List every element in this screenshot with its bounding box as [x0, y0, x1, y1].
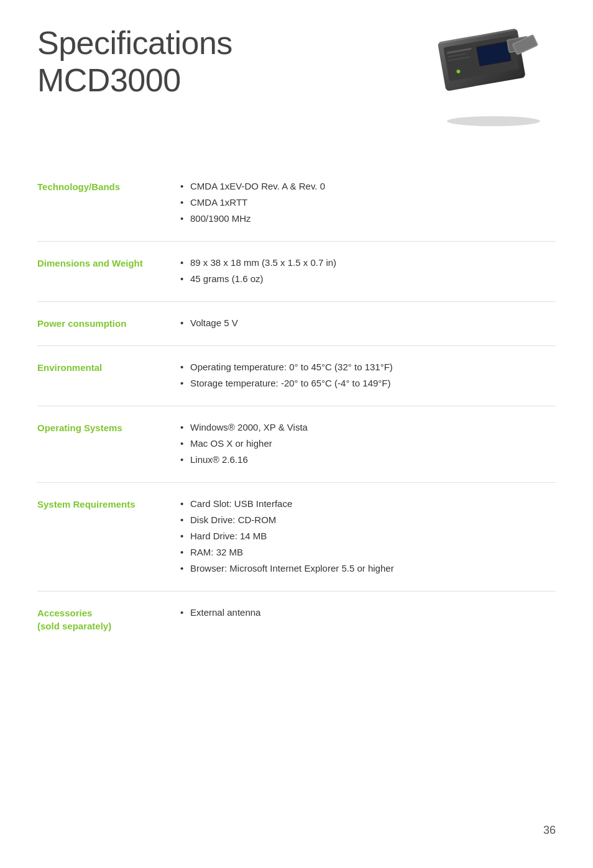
page: Specifications MCD3000 [0, 0, 593, 868]
spec-item: RAM: 32 MB [180, 545, 556, 560]
spec-label: System Requirements [37, 496, 180, 511]
title-block: Specifications MCD3000 [37, 25, 419, 99]
spec-item: Operating temperature: 0° to 45°C (32° t… [180, 360, 556, 375]
spec-values: CMDA 1xEV-DO Rev. A & Rev. 0CMDA 1xRTT80… [180, 179, 556, 227]
spec-values: 89 x 38 x 18 mm (3.5 x 1.5 x 0.7 in)45 g… [180, 255, 556, 288]
spec-item: Linux® 2.6.16 [180, 452, 556, 467]
spec-item: Disk Drive: CD-ROM [180, 513, 556, 528]
device-image [419, 19, 556, 130]
spec-item: Storage temperature: -20° to 65°C (-4° t… [180, 376, 556, 391]
spec-label: Accessories(sold separately) [37, 605, 180, 633]
spec-item: CMDA 1xRTT [180, 195, 556, 210]
specs-table: Technology/BandsCMDA 1xEV-DO Rev. A & Re… [37, 168, 556, 644]
spec-row: System RequirementsCard Slot: USB Interf… [37, 485, 556, 588]
spec-item: 800/1900 MHz [180, 211, 556, 226]
spec-label: Dimensions and Weight [37, 255, 180, 270]
spec-row: Power consumptionVoltage 5 V [37, 304, 556, 343]
spec-values: Operating temperature: 0° to 45°C (32° t… [180, 360, 556, 392]
spec-item: Windows® 2000, XP & Vista [180, 420, 556, 435]
spec-item: Mac OS X or higher [180, 436, 556, 451]
spec-item: 45 grams (1.6 oz) [180, 272, 556, 286]
spec-item: Browser: Microsoft Internet Explorer 5.5… [180, 561, 556, 576]
device-shadow [447, 116, 540, 126]
spec-values: External antenna [180, 605, 556, 621]
spec-item: 89 x 38 x 18 mm (3.5 x 1.5 x 0.7 in) [180, 255, 556, 270]
spec-item: Hard Drive: 14 MB [180, 529, 556, 544]
page-title: Specifications [37, 25, 419, 62]
page-number: 36 [543, 824, 556, 837]
spec-item: CMDA 1xEV-DO Rev. A & Rev. 0 [180, 179, 556, 194]
spec-item: External antenna [180, 605, 556, 620]
spec-label: Operating Systems [37, 420, 180, 434]
spec-label: Environmental [37, 360, 180, 374]
spec-label: Technology/Bands [37, 179, 180, 193]
spec-values: Windows® 2000, XP & VistaMac OS X or hig… [180, 420, 556, 468]
spec-label: Power consumption [37, 316, 180, 330]
spec-row: Accessories(sold separately)External ant… [37, 594, 556, 644]
spec-row: Dimensions and Weight89 x 38 x 18 mm (3.… [37, 244, 556, 299]
header-section: Specifications MCD3000 [37, 25, 556, 130]
spec-item: Card Slot: USB Interface [180, 496, 556, 511]
device-illustration [425, 22, 549, 127]
product-model: MCD3000 [37, 62, 419, 99]
spec-values: Voltage 5 V [180, 316, 556, 332]
spec-row: EnvironmentalOperating temperature: 0° t… [37, 349, 556, 403]
spec-row: Technology/BandsCMDA 1xEV-DO Rev. A & Re… [37, 168, 556, 239]
spec-item: Voltage 5 V [180, 316, 556, 331]
spec-values: Card Slot: USB InterfaceDisk Drive: CD-R… [180, 496, 556, 577]
spec-row: Operating SystemsWindows® 2000, XP & Vis… [37, 409, 556, 480]
